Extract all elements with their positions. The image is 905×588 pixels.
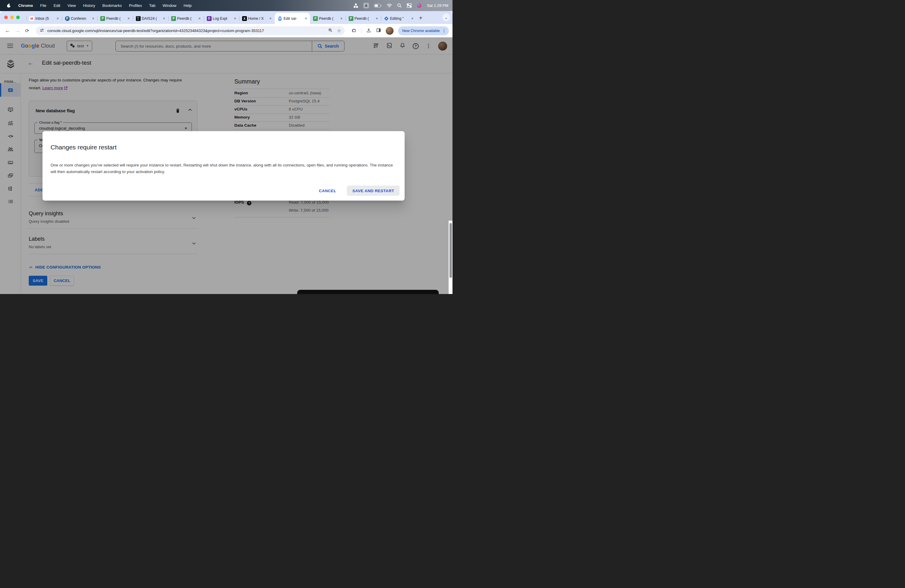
spotlight-icon[interactable] xyxy=(397,3,402,8)
tab-peerdb-2[interactable]: P Peerdb ( × xyxy=(168,13,204,24)
menu-edit[interactable]: Edit xyxy=(54,3,60,8)
apple-icon[interactable] xyxy=(6,3,11,8)
tab-conference[interactable]: P Conferen × xyxy=(62,13,98,24)
minimize-window-button[interactable] xyxy=(10,16,14,19)
menu-window[interactable]: Window xyxy=(162,3,176,8)
menu-view[interactable]: View xyxy=(67,3,76,8)
back-icon[interactable]: ← xyxy=(5,27,10,34)
side-panel-icon[interactable] xyxy=(376,27,381,34)
zoom-window-button[interactable] xyxy=(16,16,20,19)
close-icon[interactable]: × xyxy=(304,16,308,21)
tab-editing[interactable]: Editing " × xyxy=(381,13,417,24)
peerdb-icon: P xyxy=(349,16,353,21)
close-icon[interactable]: × xyxy=(375,16,379,21)
bookmark-star-icon[interactable]: ☆ xyxy=(337,28,341,33)
menu-file[interactable]: File xyxy=(40,3,46,8)
tab-peerdb-1[interactable]: P Peerdb ( × xyxy=(97,13,133,24)
siri-icon[interactable] xyxy=(417,3,422,8)
tab-peerdb-4[interactable]: P Peerdb ( × xyxy=(346,13,381,24)
x-twitter-icon: X xyxy=(242,16,247,21)
battery-icon[interactable] xyxy=(374,4,381,8)
tab-search-chevron-icon[interactable]: ⌄ xyxy=(442,13,450,21)
reload-icon[interactable]: ⟳ xyxy=(25,28,29,33)
stage-manager-icon[interactable] xyxy=(353,3,358,8)
tab-peerdb-3[interactable]: P Peerdb ( × xyxy=(310,13,346,24)
close-icon[interactable]: × xyxy=(411,16,414,21)
menu-history[interactable]: History xyxy=(83,3,95,8)
toolbar-divider xyxy=(361,28,362,33)
tab-x-home[interactable]: X Home / X × xyxy=(239,13,275,24)
tab-edit-sai-active[interactable]: Edit sai- × xyxy=(275,13,310,24)
datadog-icon: D xyxy=(207,16,211,21)
menu-profiles[interactable]: Profiles xyxy=(129,3,142,8)
close-icon[interactable]: × xyxy=(56,16,60,21)
browser-toolbar: ← → ⟳ console.cloud.google.com/sql/insta… xyxy=(0,24,452,37)
close-icon[interactable]: × xyxy=(91,16,95,21)
dialog-body: One or more changes you've selected will… xyxy=(51,162,399,175)
download-icon[interactable] xyxy=(366,27,372,34)
chrome-update-pill[interactable]: New Chrome available ⋮ xyxy=(398,26,449,35)
browser-profile-avatar[interactable] xyxy=(386,27,394,35)
close-icon[interactable]: × xyxy=(162,16,166,21)
scrollbar-thumb[interactable] xyxy=(449,223,452,278)
site-settings-icon[interactable] xyxy=(40,28,44,34)
peerdb-icon: P xyxy=(171,16,176,21)
new-tab-button[interactable]: + xyxy=(419,14,422,22)
menu-bookmarks[interactable]: Bookmarks xyxy=(102,3,122,8)
more-menu-icon[interactable]: ⋮ xyxy=(442,29,446,33)
save-and-restart-button[interactable]: SAVE AND RESTART xyxy=(347,186,400,196)
dialog-title: Changes require restart xyxy=(51,144,117,151)
menu-chrome[interactable]: Chrome xyxy=(18,3,33,8)
tab-gmail-inbox[interactable]: M Inbox (5 × xyxy=(26,13,62,24)
dais-icon: DAIS xyxy=(136,16,141,21)
tab-strip: M Inbox (5 × P Conferen × P Peerdb ( × D… xyxy=(0,11,452,24)
restart-dialog: Changes require restart One or more chan… xyxy=(43,131,405,200)
close-icon[interactable]: × xyxy=(340,16,343,21)
close-icon[interactable]: × xyxy=(233,16,237,21)
screen: Chrome File Edit View History Bookmarks … xyxy=(0,0,452,294)
macos-menubar: Chrome File Edit View History Bookmarks … xyxy=(0,0,452,11)
menu-tab[interactable]: Tab xyxy=(149,3,155,8)
gmail-icon: M xyxy=(29,16,34,21)
postgresql-icon: P xyxy=(65,16,70,21)
control-center-icon[interactable] xyxy=(407,3,412,8)
url-text[interactable]: console.cloud.google.com/sql/instances/s… xyxy=(47,29,325,33)
address-bar[interactable]: console.cloud.google.com/sql/instances/s… xyxy=(36,26,345,35)
close-icon[interactable]: × xyxy=(127,16,130,21)
peerdb-icon: P xyxy=(100,16,105,21)
peerdb-icon: P xyxy=(313,16,318,21)
cloudsql-icon xyxy=(278,16,283,21)
tab-log-explorer[interactable]: D Log Expl × xyxy=(204,13,240,24)
close-window-button[interactable] xyxy=(4,16,8,19)
forward-icon[interactable]: → xyxy=(15,27,21,34)
close-icon[interactable]: × xyxy=(198,16,202,21)
menubar-app-icon[interactable] xyxy=(363,3,369,8)
zoom-page-icon[interactable] xyxy=(328,28,333,34)
menubar-clock[interactable]: Sat 1:29 PM xyxy=(427,3,448,8)
close-icon[interactable]: × xyxy=(269,16,272,21)
bottom-window-bar xyxy=(297,290,439,294)
wifi-icon[interactable] xyxy=(387,3,392,8)
dialog-cancel-button[interactable]: CANCEL xyxy=(316,186,339,195)
scrollbar-track[interactable] xyxy=(449,221,452,294)
tab-dais24[interactable]: DAIS DAIS24 ( × xyxy=(133,13,168,24)
blue-pin-icon xyxy=(384,16,389,21)
menu-help[interactable]: Help xyxy=(184,3,192,8)
extensions-icon[interactable] xyxy=(351,27,357,34)
